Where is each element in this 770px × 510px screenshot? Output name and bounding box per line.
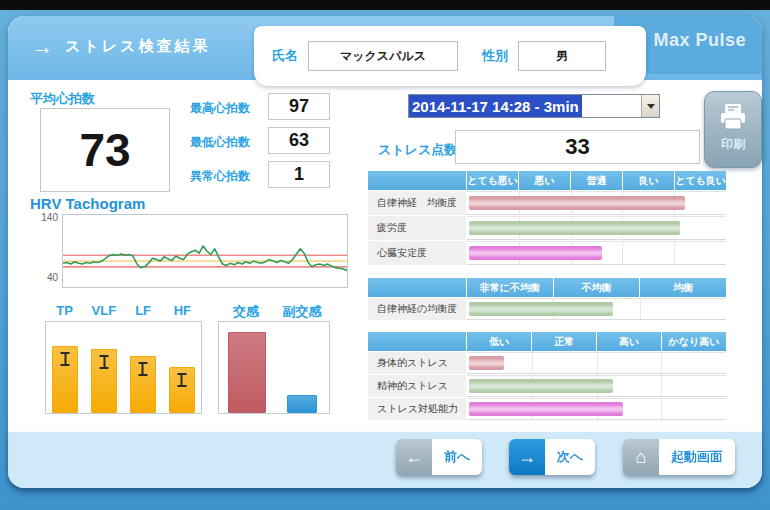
app-window: Max Pulse → ストレス検査結果 氏名 マックスパルス 性別 男 平均心… [0,0,770,510]
tachogram-svg [63,215,347,287]
home-icon: ⌂ [623,439,659,475]
ans-bar [228,332,266,413]
score-bar [469,302,613,316]
table-row-label: ストレス対処能力 [368,398,466,420]
name-field[interactable]: マックスパルス [308,41,458,71]
table-grid-line [661,399,662,419]
table-header-blank-cell [368,171,466,190]
next-button[interactable]: → 次へ [509,439,595,475]
freq-bar-label: HF [163,303,202,318]
patient-id-tab: 氏名 マックスパルス 性別 男 [254,26,646,86]
freq-bar [52,346,78,413]
table-header-cell: 高い [597,332,661,351]
table-grid-line [674,242,675,264]
score-bar [469,196,685,210]
prev-button-label: 前へ [432,439,482,475]
table-grid-line [622,242,623,264]
error-bar-stem [64,354,66,364]
table-grid-line [597,353,598,373]
gender-field[interactable]: 男 [518,41,606,71]
table-grid-line [532,353,533,373]
brand-logo: Max Pulse [653,30,746,51]
title-arrow-icon: → [32,36,53,57]
table-grid-line [661,353,662,373]
table-bar-area [467,398,726,420]
score-bar [469,356,504,370]
error-bar-stem [181,375,183,385]
table-row: 自律神経の均衡度 [368,298,726,320]
session-dropdown-value: 2014-11-17 14:28 - 3min [409,95,582,117]
table-header-cell: 均衡 [640,278,726,297]
table-row: 自律神経 均衡度 [368,191,726,215]
freq-bar [91,349,117,413]
error-bar-cap [100,367,109,369]
printer-icon [718,102,748,132]
ans-bar-chart [218,321,330,414]
table-header-cell: とても良い [675,171,726,190]
stress-score-value: 33 [455,130,700,164]
table-row-label: 心臓安定度 [368,241,466,265]
print-button[interactable]: 印刷 [704,91,762,168]
freq-bar-column [124,322,163,413]
ans-bar-column [219,322,274,413]
table-bar-area [467,298,726,320]
page-title: ストレス検査結果 [65,37,210,56]
tachogram-title: HRV Tachogram [30,195,145,212]
table-bar-area [467,241,726,265]
abnormal-hr-label: 異常心拍数 [190,168,250,185]
arrow-left-icon: ← [396,439,432,475]
error-bar-marker [138,362,147,376]
error-bar-marker [100,355,109,369]
table-header-blank-cell [368,278,466,297]
ans-bar-column [274,322,329,413]
freq-bar-label: TP [45,303,84,318]
score-bar [469,402,623,416]
score-bar [469,246,602,260]
freq-bar-labels: TPVLFLFHF [45,303,202,318]
freq-bar [169,367,195,413]
table-row: 疲労度 [368,216,726,240]
freq-bar-chart [45,321,202,414]
next-button-label: 次へ [545,439,595,475]
table-header-cell: 低い [467,332,531,351]
freq-bar-column [46,322,85,413]
session-dropdown[interactable]: 2014-11-17 14:28 - 3min [408,94,660,118]
header-band: Max Pulse → ストレス検査結果 氏名 マックスパルス 性別 男 [8,16,762,80]
stress-score-label: ストレス点数 [378,141,457,159]
table-row-label: 自律神経 均衡度 [368,191,466,215]
abnormal-hr-value: 1 [268,161,330,188]
table-bar-area [467,352,726,374]
prev-button[interactable]: ← 前へ [396,439,482,475]
gender-label: 性別 [482,47,508,65]
assessment-table-quality: とても悪い悪い普通良いとても良い自律神経 均衡度疲労度心臓安定度 [368,171,726,265]
error-bar-cap [177,385,186,387]
error-bar-stem [142,364,144,374]
error-bar-cap [61,364,70,366]
assessment-table-stress: 低い正常高いかなり高い身体的ストレス精神的ストレスストレス対処能力 [368,332,726,420]
tachogram-ymin-tick: 40 [30,272,58,283]
error-bar-marker [177,373,186,387]
score-bar [469,379,613,393]
freq-bar [130,356,156,414]
avg-hr-value: 73 [40,108,170,192]
table-header-cell: 正常 [532,332,596,351]
ans-bar-label: 副交感 [274,303,330,321]
table-row: 精神的ストレス [368,375,726,397]
table-header-blank-cell [368,332,466,351]
freq-bar-label: VLF [84,303,123,318]
table-row-label: 疲労度 [368,216,466,240]
max-hr-value: 97 [268,93,330,120]
freq-bar-label: LF [124,303,163,318]
arrow-right-icon: → [509,439,545,475]
dropdown-arrow-button[interactable] [641,95,659,117]
max-hr-label: 最高心拍数 [190,100,250,117]
score-bar [469,221,680,235]
name-label: 氏名 [272,47,298,65]
tachogram-chart [62,214,348,288]
table-grid-line [661,376,662,396]
table-header-cell: 不均衡 [554,278,640,297]
table-header-row: 非常に不均衡不均衡均衡 [368,278,726,297]
table-grid-line [640,299,641,319]
home-button[interactable]: ⌂ 起動画面 [623,439,735,475]
title-row: → ストレス検査結果 [32,36,210,57]
